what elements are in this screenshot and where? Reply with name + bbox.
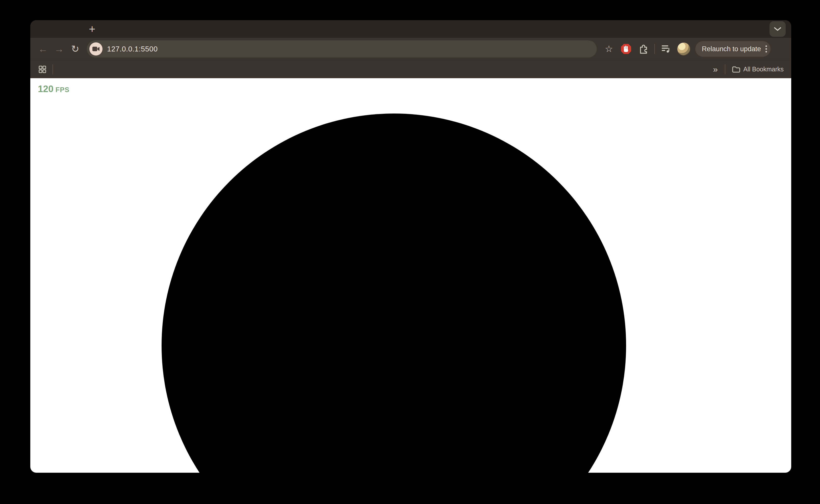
chevron-down-icon bbox=[774, 27, 781, 31]
video-camera-icon bbox=[92, 46, 99, 51]
bookmarks-divider-right bbox=[725, 64, 725, 74]
fps-unit: FPS bbox=[55, 86, 70, 94]
traffic-lights bbox=[40, 26, 67, 32]
playlist-music-icon bbox=[661, 45, 671, 53]
tab-capture-icon bbox=[89, 42, 102, 55]
gradient-circle bbox=[161, 114, 626, 473]
all-bookmarks-button[interactable]: All Bookmarks bbox=[732, 65, 784, 74]
url-text: 127.0.0.1:5500 bbox=[107, 45, 158, 53]
back-button[interactable]: ← bbox=[36, 42, 50, 56]
toolbar-icons: ☆ bbox=[603, 41, 771, 57]
grid-icon bbox=[39, 66, 46, 73]
bookmark-star-icon[interactable]: ☆ bbox=[603, 43, 615, 55]
folder-icon bbox=[732, 65, 741, 74]
fps-counter: 120FPS bbox=[38, 84, 69, 94]
tab-strip: + bbox=[30, 20, 791, 38]
relaunch-label: Relaunch to update bbox=[702, 45, 761, 53]
apps-grid-icon[interactable] bbox=[36, 63, 48, 75]
relaunch-button[interactable]: Relaunch to update bbox=[695, 41, 771, 57]
forward-button[interactable]: → bbox=[52, 42, 66, 56]
profile-avatar[interactable] bbox=[677, 42, 690, 55]
close-window-button[interactable] bbox=[40, 26, 46, 32]
bookmarks-bar: » All Bookmarks bbox=[30, 60, 791, 78]
stop-hand-icon bbox=[621, 43, 632, 54]
media-controls-icon[interactable] bbox=[660, 43, 672, 55]
bookmarks-divider bbox=[52, 64, 53, 74]
extensions-icon[interactable] bbox=[637, 43, 649, 55]
bookmarks-overflow-button[interactable]: » bbox=[713, 64, 718, 74]
all-bookmarks-label: All Bookmarks bbox=[743, 66, 784, 73]
page-content: 120FPS bbox=[30, 78, 791, 473]
toolbar-divider bbox=[655, 44, 655, 54]
tab-search-button[interactable] bbox=[770, 21, 786, 37]
toolbar: ← → ↻ 127.0.0.1:5500 ☆ bbox=[30, 38, 791, 60]
generative-art-canvas[interactable] bbox=[30, 78, 791, 473]
fps-value: 120 bbox=[38, 84, 53, 94]
menu-kebab-icon[interactable] bbox=[766, 45, 767, 52]
reload-button[interactable]: ↻ bbox=[68, 42, 82, 56]
zoom-window-button[interactable] bbox=[61, 26, 67, 32]
puzzle-piece-icon bbox=[639, 44, 648, 54]
address-bar[interactable]: 127.0.0.1:5500 bbox=[87, 40, 597, 58]
browser-window: + ← → ↻ 127.0.0.1:5500 ☆ bbox=[30, 20, 791, 473]
minimize-window-button[interactable] bbox=[50, 26, 57, 32]
adblock-icon[interactable] bbox=[620, 43, 632, 55]
new-tab-button[interactable]: + bbox=[89, 23, 95, 35]
